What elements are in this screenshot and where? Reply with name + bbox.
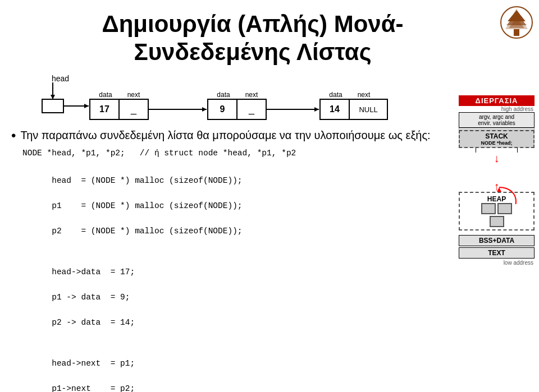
node1-data-label: data <box>99 91 112 99</box>
node3-next-label: next <box>358 91 371 99</box>
mem-stack-section: STACK NODE *head; <box>459 130 535 148</box>
head-pointer-arrowhead <box>51 95 55 99</box>
code2-line3: p2 = (NODE *) malloc (sizeof(NODE)); <box>52 227 242 236</box>
code3-line3: p2 -> data = 14; <box>52 318 135 327</box>
mem-bssdata-section: BSS+DATA <box>459 235 535 246</box>
mem-text-section: TEXT <box>459 247 535 259</box>
node3-data-value: 14 <box>330 104 340 114</box>
page-title: Δημιουργία (Απλής) Μονά- Συνδεδεμένης Λί… <box>11 10 494 67</box>
diagram-svg: head data next 17 _ data next 9 _ data <box>11 71 472 124</box>
node1-data-value: 17 <box>99 104 109 114</box>
head-to-node1-arrowhead <box>84 104 89 108</box>
bullet1-dot: • <box>11 128 16 144</box>
node3-data-label: data <box>329 91 342 99</box>
node2-data-label: data <box>217 91 230 99</box>
code4-line1: head->next = p1; <box>52 359 135 368</box>
node2-next-label: next <box>245 91 258 99</box>
linked-list-diagram: head data next 17 _ data next 9 _ data <box>11 71 528 124</box>
code4-line2: p1->next = p2; <box>52 384 135 392</box>
head-label: head <box>52 74 69 83</box>
title-area: Δημιουργία (Απλής) Μονά- Συνδεδεμένης Λί… <box>0 0 539 71</box>
stack-content: NODE *head; <box>461 140 532 146</box>
node2-next-value: _ <box>248 103 255 115</box>
heap-blocks-row2 <box>462 216 531 227</box>
code3-line2: p1 -> data = 9; <box>52 293 130 302</box>
high-address-label: high address <box>459 106 535 112</box>
memory-diagram: ΔΙΕΡΓΑΣΙΑ high address argv, argc andenv… <box>459 95 535 266</box>
mem-gap2 <box>459 230 535 235</box>
head-box <box>42 99 63 113</box>
heap-block-3 <box>490 216 504 227</box>
main-content: • Την παραπάνω συνδεδεμένη λίστα θα μπορ… <box>0 129 539 392</box>
code3-line1: head->data = 17; <box>52 268 135 276</box>
code2-line2: p1 = (NODE *) malloc (sizeof(NODE)); <box>52 201 242 210</box>
stack-label: STACK <box>461 132 532 140</box>
low-address-label: low address <box>459 260 535 266</box>
heap-blocks <box>462 203 531 214</box>
node1-next-label: next <box>127 91 140 99</box>
memory-title: ΔΙΕΡΓΑΣΙΑ <box>459 95 535 106</box>
node3-next-value: NULL <box>359 105 377 114</box>
code2-line1: head = (NODE *) malloc (sizeof(NODE)); <box>52 176 242 185</box>
heap-block-1 <box>481 203 496 214</box>
node1-next-value: _ <box>130 103 137 115</box>
code-block-2: head = (NODE *) malloc (sizeof(NODE)); p… <box>22 162 528 250</box>
node1-to-node2-arrowhead <box>202 107 207 112</box>
svg-rect-0 <box>514 29 519 36</box>
code-block-3: head->data = 17; p1 -> data = 9; p2 -> d… <box>22 253 528 342</box>
mem-gap1 <box>459 164 535 181</box>
mem-heap-section: HEAP <box>459 192 535 230</box>
code-block-1: NODE *head, *p1, *p2; // ή struct node *… <box>22 147 528 159</box>
university-logo <box>500 6 533 39</box>
stack-arrow-down: ↓ <box>459 153 535 164</box>
code-block-4: head->next = p1; p1->next = p2; p2->next… <box>22 345 528 392</box>
node2-to-node3-arrowhead <box>314 107 319 112</box>
svg-marker-6 <box>497 187 501 192</box>
slide: Δημιουργία (Απλής) Μονά- Συνδεδεμένης Λί… <box>0 0 539 392</box>
heap-block-2 <box>497 203 512 214</box>
heap-curve-arrow <box>454 182 522 204</box>
bullet1-text: • Την παραπάνω συνδεδεμένη λίστα θα μπορ… <box>11 129 528 144</box>
mem-argv-section: argv, argc andenvir. variables <box>459 112 535 128</box>
node2-data-value: 9 <box>220 104 225 114</box>
